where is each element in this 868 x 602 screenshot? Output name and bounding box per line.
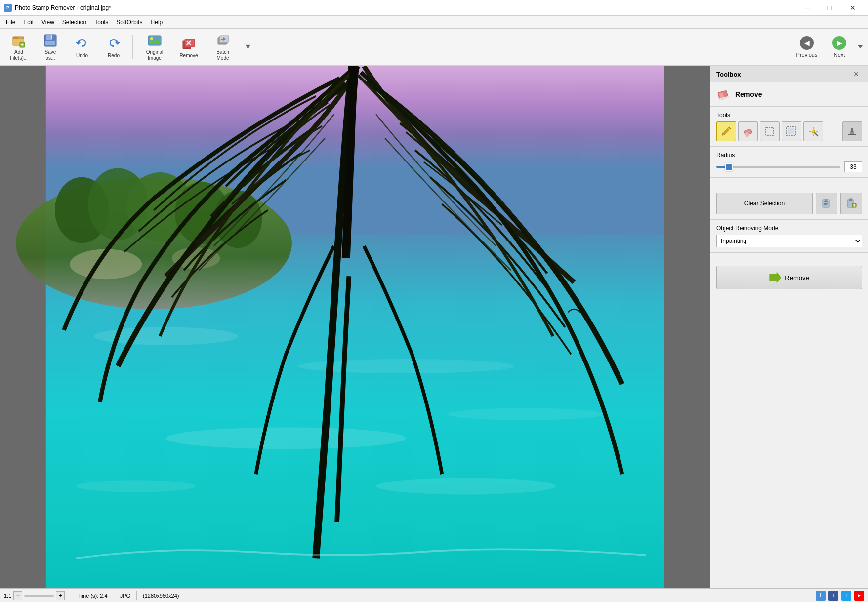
app-icon: P bbox=[4, 4, 12, 12]
status-dimensions: (1280x960x24) bbox=[143, 593, 179, 599]
batch-mode-button[interactable]: BatchMode bbox=[206, 31, 240, 63]
save-icon bbox=[42, 33, 58, 48]
svg-point-31 bbox=[376, 478, 556, 494]
next-label: Next bbox=[834, 52, 845, 58]
next-button[interactable]: ▶ Next bbox=[824, 31, 855, 63]
radius-row: 33 bbox=[716, 161, 862, 172]
canvas-area[interactable] bbox=[0, 66, 710, 588]
svg-point-29 bbox=[298, 359, 514, 373]
remove-action-button[interactable]: Remove bbox=[716, 266, 862, 289]
object-removing-mode-select[interactable]: Inpainting Content Aware Fill Solid Colo… bbox=[716, 235, 862, 247]
window-title: Photo Stamp Remover - original.jpg* bbox=[15, 4, 111, 11]
undo-button[interactable]: Undo bbox=[67, 31, 97, 63]
zoom-in-button[interactable]: + bbox=[56, 591, 65, 600]
remove-btn-section: Remove bbox=[710, 258, 868, 297]
original-image-button[interactable]: OriginalImage bbox=[137, 31, 172, 63]
export-clipboard-button[interactable] bbox=[816, 193, 837, 214]
undo-label: Undo bbox=[76, 53, 88, 58]
original-image-label: OriginalImage bbox=[146, 49, 163, 61]
svg-point-27 bbox=[214, 190, 262, 248]
toolbox-spacer-2 bbox=[710, 253, 868, 258]
menu-tools[interactable]: Tools bbox=[90, 18, 112, 27]
add-file-icon: + bbox=[11, 33, 27, 48]
object-removing-mode-label: Object Removing Mode bbox=[716, 225, 862, 232]
eraser-icon bbox=[743, 126, 753, 137]
svg-point-21 bbox=[70, 249, 142, 280]
menu-selection[interactable]: Selection bbox=[58, 18, 90, 27]
redo-button[interactable]: Redo bbox=[99, 31, 128, 63]
svg-rect-8 bbox=[45, 41, 55, 45]
svg-rect-7 bbox=[51, 35, 52, 39]
status-bar: 1:1 − + Time (s): 2.4 JPG (1280x960x24) … bbox=[0, 588, 868, 602]
svg-rect-57 bbox=[849, 199, 852, 201]
remove-toolbar-label: Remove bbox=[179, 53, 198, 58]
toolbox-panel: Toolbox ✕ Remove Tools bbox=[710, 66, 868, 588]
eraser-tool-button[interactable] bbox=[738, 121, 758, 141]
stamp-tool-button[interactable] bbox=[842, 121, 862, 141]
remove-section-title: Remove bbox=[735, 90, 762, 98]
status-separator-1 bbox=[71, 591, 71, 600]
facebook-icon[interactable]: f bbox=[828, 591, 838, 601]
add-file-button[interactable]: + AddFile(s)... bbox=[4, 31, 34, 63]
svg-point-23 bbox=[55, 177, 109, 243]
zoom-slider[interactable] bbox=[24, 595, 54, 597]
toolbox-spacer-1 bbox=[710, 178, 868, 188]
zoom-out-button[interactable]: − bbox=[13, 591, 22, 600]
canvas-image bbox=[0, 66, 710, 588]
svg-point-33 bbox=[448, 408, 604, 420]
nav-dropdown-button[interactable] bbox=[856, 31, 864, 63]
radius-slider-thumb[interactable] bbox=[725, 163, 733, 171]
svg-rect-40 bbox=[766, 127, 774, 135]
export-file-button[interactable] bbox=[840, 193, 862, 214]
menu-view[interactable]: View bbox=[38, 18, 58, 27]
previous-label: Previous bbox=[796, 52, 818, 58]
menu-bar: File Edit View Selection Tools SoftOrbit… bbox=[0, 16, 868, 29]
twitter-icon[interactable]: t bbox=[841, 591, 851, 601]
remove-icon bbox=[181, 36, 197, 52]
remove-toolbar-button[interactable]: Remove bbox=[174, 31, 204, 63]
toolbox-header: Toolbox ✕ bbox=[710, 66, 868, 82]
magic-select-tool-button[interactable] bbox=[782, 121, 801, 141]
svg-rect-49 bbox=[851, 128, 853, 132]
rect-select-tool-button[interactable] bbox=[760, 121, 780, 141]
svg-rect-9 bbox=[148, 36, 161, 45]
radius-slider-track[interactable] bbox=[716, 166, 840, 168]
svg-point-30 bbox=[166, 427, 406, 449]
brush-tool-button[interactable] bbox=[716, 121, 736, 141]
info-icon[interactable]: i bbox=[816, 591, 826, 601]
clear-selection-button[interactable]: Clear Selection bbox=[716, 193, 813, 214]
menu-help[interactable]: Help bbox=[147, 18, 167, 27]
svg-point-28 bbox=[94, 327, 238, 345]
window-controls: ─ □ ✕ bbox=[796, 0, 864, 16]
original-image-icon bbox=[147, 33, 163, 48]
toolbox-title: Toolbox bbox=[716, 71, 741, 78]
menu-edit[interactable]: Edit bbox=[19, 18, 38, 27]
maximize-button[interactable]: □ bbox=[819, 0, 841, 16]
remove-action-label: Remove bbox=[785, 274, 809, 281]
save-as-button[interactable]: Saveas... bbox=[36, 31, 65, 63]
menu-softorbits[interactable]: SoftOrbits bbox=[112, 18, 146, 27]
svg-point-20 bbox=[16, 177, 292, 309]
youtube-icon[interactable]: ▶ bbox=[854, 591, 864, 601]
close-button[interactable]: ✕ bbox=[841, 0, 864, 16]
magic-select-icon bbox=[786, 126, 797, 137]
minimize-button[interactable]: ─ bbox=[796, 0, 819, 16]
svg-rect-50 bbox=[848, 134, 856, 135]
tools-spacer bbox=[825, 121, 840, 141]
toolbar: + AddFile(s)... Saveas... Undo bbox=[0, 29, 868, 66]
svg-point-26 bbox=[175, 182, 229, 244]
tools-section: Tools bbox=[710, 107, 868, 147]
remove-arrow-icon bbox=[769, 272, 781, 283]
toolbar-more-button[interactable]: ▼ bbox=[242, 31, 254, 63]
batch-mode-icon bbox=[215, 33, 231, 48]
export-clipboard-icon bbox=[821, 198, 832, 209]
toolbox-close-button[interactable]: ✕ bbox=[850, 69, 862, 79]
stamp-icon bbox=[847, 126, 858, 137]
remove-section-header: Remove bbox=[710, 82, 868, 107]
main-content: Toolbox ✕ Remove Tools bbox=[0, 66, 868, 588]
redo-icon bbox=[106, 36, 122, 52]
title-bar-left: P Photo Stamp Remover - original.jpg* bbox=[4, 4, 111, 12]
menu-file[interactable]: File bbox=[2, 18, 19, 27]
previous-button[interactable]: ◀ Previous bbox=[791, 31, 823, 63]
magic-wand-tool-button[interactable] bbox=[803, 121, 823, 141]
